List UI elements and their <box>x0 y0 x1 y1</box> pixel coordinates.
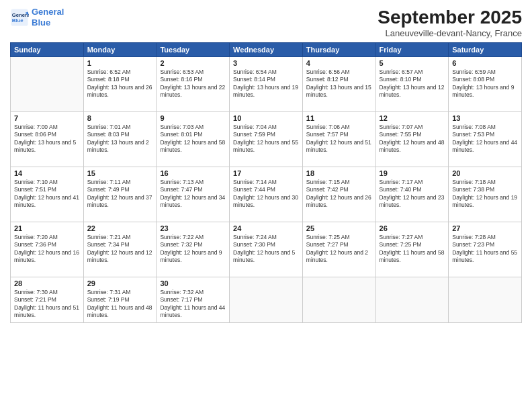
cell-info: Sunrise: 7:18 AM Sunset: 7:38 PM Dayligh… <box>452 179 518 210</box>
day-number: 8 <box>87 114 153 122</box>
day-number: 27 <box>452 224 518 232</box>
cell-info: Sunrise: 7:06 AM Sunset: 7:57 PM Dayligh… <box>306 124 372 154</box>
calendar-cell: 2 Sunrise: 6:53 AM Sunset: 8:16 PM Dayli… <box>157 57 230 112</box>
week-row-0: 1 Sunrise: 6:52 AM Sunset: 8:18 PM Dayli… <box>11 57 522 112</box>
location: Laneuveville-devant-Nancy, France <box>378 28 522 38</box>
calendar-cell <box>375 277 449 323</box>
col-thursday: Thursday <box>302 43 375 57</box>
calendar-cell: 30 Sunrise: 7:32 AM Sunset: 7:17 PM Dayl… <box>157 277 230 323</box>
cell-info: Sunrise: 7:08 AM Sunset: 7:53 PM Dayligh… <box>452 124 518 154</box>
calendar-cell: 22 Sunrise: 7:21 AM Sunset: 7:34 PM Dayl… <box>83 222 157 277</box>
day-number: 26 <box>380 224 445 232</box>
calendar-cell: 16 Sunrise: 7:13 AM Sunset: 7:47 PM Dayl… <box>157 167 230 222</box>
calendar-cell: 20 Sunrise: 7:18 AM Sunset: 7:38 PM Dayl… <box>449 167 522 222</box>
calendar-cell: 19 Sunrise: 7:17 AM Sunset: 7:40 PM Dayl… <box>375 167 449 222</box>
cell-info: Sunrise: 7:11 AM Sunset: 7:49 PM Dayligh… <box>87 179 153 210</box>
svg-text:Blue: Blue <box>12 17 24 24</box>
day-number: 30 <box>160 279 226 287</box>
cell-info: Sunrise: 7:27 AM Sunset: 7:25 PM Dayligh… <box>380 234 445 265</box>
cell-info: Sunrise: 7:22 AM Sunset: 7:32 PM Dayligh… <box>160 234 226 265</box>
cell-info: Sunrise: 7:10 AM Sunset: 7:51 PM Dayligh… <box>14 179 80 210</box>
logo-text: General Blue <box>32 7 64 28</box>
day-number: 21 <box>14 224 80 232</box>
day-number: 23 <box>160 224 226 232</box>
cell-info: Sunrise: 7:04 AM Sunset: 7:59 PM Dayligh… <box>233 124 299 154</box>
day-number: 19 <box>380 169 445 177</box>
day-number: 17 <box>233 169 299 177</box>
col-tuesday: Tuesday <box>157 43 230 57</box>
day-number: 1 <box>87 59 153 67</box>
col-monday: Monday <box>83 43 157 57</box>
day-number: 6 <box>452 59 518 67</box>
calendar-cell: 12 Sunrise: 7:07 AM Sunset: 7:55 PM Dayl… <box>375 112 449 167</box>
calendar-cell: 6 Sunrise: 6:59 AM Sunset: 8:08 PM Dayli… <box>449 57 522 112</box>
calendar-cell: 21 Sunrise: 7:20 AM Sunset: 7:36 PM Dayl… <box>11 222 84 277</box>
calendar-cell: 4 Sunrise: 6:56 AM Sunset: 8:12 PM Dayli… <box>302 57 375 112</box>
col-sunday: Sunday <box>11 43 84 57</box>
col-wednesday: Wednesday <box>230 43 303 57</box>
day-number: 12 <box>380 114 445 122</box>
calendar-cell: 26 Sunrise: 7:27 AM Sunset: 7:25 PM Dayl… <box>375 222 449 277</box>
cell-info: Sunrise: 6:54 AM Sunset: 8:14 PM Dayligh… <box>233 68 299 99</box>
col-friday: Friday <box>375 43 449 57</box>
cell-info: Sunrise: 7:31 AM Sunset: 7:19 PM Dayligh… <box>87 289 153 320</box>
calendar-cell: 18 Sunrise: 7:15 AM Sunset: 7:42 PM Dayl… <box>302 167 375 222</box>
cell-info: Sunrise: 7:17 AM Sunset: 7:40 PM Dayligh… <box>380 179 445 210</box>
calendar-cell: 11 Sunrise: 7:06 AM Sunset: 7:57 PM Dayl… <box>302 112 375 167</box>
day-number: 29 <box>87 279 153 287</box>
calendar-cell: 14 Sunrise: 7:10 AM Sunset: 7:51 PM Dayl… <box>11 167 84 222</box>
cell-info: Sunrise: 7:03 AM Sunset: 8:01 PM Dayligh… <box>160 124 226 154</box>
calendar-cell: 15 Sunrise: 7:11 AM Sunset: 7:49 PM Dayl… <box>83 167 157 222</box>
weekday-header-row: Sunday Monday Tuesday Wednesday Thursday… <box>11 43 522 57</box>
day-number: 24 <box>233 224 299 232</box>
cell-info: Sunrise: 7:25 AM Sunset: 7:27 PM Dayligh… <box>306 234 372 265</box>
calendar: Sunday Monday Tuesday Wednesday Thursday… <box>10 42 522 323</box>
week-row-4: 28 Sunrise: 7:30 AM Sunset: 7:21 PM Dayl… <box>11 277 522 323</box>
day-number: 25 <box>306 224 372 232</box>
logo: General Blue General Blue <box>10 7 64 28</box>
day-number: 4 <box>306 59 372 67</box>
week-row-3: 21 Sunrise: 7:20 AM Sunset: 7:36 PM Dayl… <box>11 222 522 277</box>
calendar-cell <box>230 277 303 323</box>
day-number: 15 <box>87 169 153 177</box>
calendar-cell <box>449 277 522 323</box>
day-number: 3 <box>233 59 299 67</box>
cell-info: Sunrise: 7:00 AM Sunset: 8:06 PM Dayligh… <box>14 124 80 154</box>
day-number: 28 <box>14 279 80 287</box>
day-number: 11 <box>306 114 372 122</box>
day-number: 14 <box>14 169 80 177</box>
calendar-cell: 29 Sunrise: 7:31 AM Sunset: 7:19 PM Dayl… <box>83 277 157 323</box>
cell-info: Sunrise: 7:28 AM Sunset: 7:23 PM Dayligh… <box>452 234 518 265</box>
cell-info: Sunrise: 7:32 AM Sunset: 7:17 PM Dayligh… <box>160 289 226 320</box>
cell-info: Sunrise: 7:13 AM Sunset: 7:47 PM Dayligh… <box>160 179 226 210</box>
calendar-cell <box>302 277 375 323</box>
cell-info: Sunrise: 7:20 AM Sunset: 7:36 PM Dayligh… <box>14 234 80 265</box>
day-number: 16 <box>160 169 226 177</box>
cell-info: Sunrise: 7:30 AM Sunset: 7:21 PM Dayligh… <box>14 289 80 320</box>
day-number: 9 <box>160 114 226 122</box>
calendar-cell: 9 Sunrise: 7:03 AM Sunset: 8:01 PM Dayli… <box>157 112 230 167</box>
month-title: September 2025 <box>378 7 522 28</box>
day-number: 2 <box>160 59 226 67</box>
page: General Blue General Blue September 2025… <box>0 0 532 411</box>
cell-info: Sunrise: 6:59 AM Sunset: 8:08 PM Dayligh… <box>452 68 518 99</box>
calendar-cell: 3 Sunrise: 6:54 AM Sunset: 8:14 PM Dayli… <box>230 57 303 112</box>
day-number: 10 <box>233 114 299 122</box>
calendar-cell <box>11 57 84 112</box>
cell-info: Sunrise: 7:24 AM Sunset: 7:30 PM Dayligh… <box>233 234 299 265</box>
cell-info: Sunrise: 7:15 AM Sunset: 7:42 PM Dayligh… <box>306 179 372 210</box>
cell-info: Sunrise: 6:56 AM Sunset: 8:12 PM Dayligh… <box>306 68 372 99</box>
day-number: 22 <box>87 224 153 232</box>
day-number: 13 <box>452 114 518 122</box>
day-number: 20 <box>452 169 518 177</box>
week-row-1: 7 Sunrise: 7:00 AM Sunset: 8:06 PM Dayli… <box>11 112 522 167</box>
logo-icon: General Blue <box>10 8 29 27</box>
calendar-cell: 1 Sunrise: 6:52 AM Sunset: 8:18 PM Dayli… <box>83 57 157 112</box>
cell-info: Sunrise: 6:52 AM Sunset: 8:18 PM Dayligh… <box>87 68 153 99</box>
cell-info: Sunrise: 7:01 AM Sunset: 8:03 PM Dayligh… <box>87 124 153 154</box>
calendar-cell: 28 Sunrise: 7:30 AM Sunset: 7:21 PM Dayl… <box>11 277 84 323</box>
calendar-cell: 13 Sunrise: 7:08 AM Sunset: 7:53 PM Dayl… <box>449 112 522 167</box>
cell-info: Sunrise: 7:21 AM Sunset: 7:34 PM Dayligh… <box>87 234 153 265</box>
header: General Blue General Blue September 2025… <box>10 7 522 38</box>
calendar-cell: 27 Sunrise: 7:28 AM Sunset: 7:23 PM Dayl… <box>449 222 522 277</box>
